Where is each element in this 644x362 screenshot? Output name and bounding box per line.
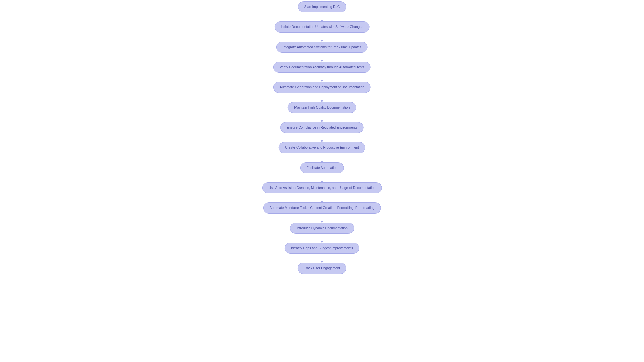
flowchart-node: Create Collaborative and Productive Envi… [279,142,365,153]
flowchart-node: Maintain High-Quality Documentation [288,102,356,113]
node-label: Verify Documentation Accuracy through Au… [280,65,364,69]
flowchart-arrow [322,53,322,62]
node-label: Identify Gaps and Suggest Improvements [291,246,353,250]
flowchart-arrow [322,173,322,182]
flowchart-node: Start Implementing DaC [298,1,346,12]
flowchart-arrow [322,214,322,223]
flowchart-arrow [322,73,322,82]
flowchart-node: Automate Generation and Deployment of Do… [273,82,371,93]
flowchart-arrow [322,33,322,42]
flowchart-arrow [322,93,322,102]
flowchart-arrow [322,193,322,202]
node-label: Automate Mundane Tasks: Content Creation… [270,206,375,210]
flowchart-arrow [322,254,322,263]
flowchart-arrow [322,113,322,122]
flowchart-node: Identify Gaps and Suggest Improvements [285,243,359,254]
node-label: Use AI to Assist in Creation, Maintenanc… [269,186,376,190]
node-label: Maintain High-Quality Documentation [294,106,350,109]
flowchart-node: Verify Documentation Accuracy through Au… [273,62,371,73]
node-label: Initiate Documentation Updates with Soft… [281,25,363,29]
flowchart-arrow [322,234,322,243]
flowchart-node: Introduce Dynamic Documentation [290,223,354,234]
node-label: Create Collaborative and Productive Envi… [285,146,359,149]
flowchart-container: Start Implementing DaC Initiate Document… [262,1,382,274]
node-label: Start Implementing DaC [304,5,340,9]
node-label: Integrate Automated Systems for Real-Tim… [283,45,361,49]
flowchart-arrow [322,133,322,142]
flowchart-node: Integrate Automated Systems for Real-Tim… [276,42,368,53]
node-label: Automate Generation and Deployment of Do… [280,85,364,89]
flowchart-node: Use AI to Assist in Creation, Maintenanc… [262,182,382,193]
flowchart-node: Ensure Compliance in Regulated Environme… [280,122,364,133]
node-label: Track User Engagement [304,266,340,270]
flowchart-node: Track User Engagement [298,263,346,274]
node-label: Ensure Compliance in Regulated Environme… [287,126,357,129]
flowchart-arrow [322,153,322,162]
flowchart-node: Initiate Documentation Updates with Soft… [274,21,369,33]
flowchart-arrow [322,12,322,21]
node-label: Introduce Dynamic Documentation [296,226,347,230]
flowchart-node: Facilitate Automation [300,162,344,173]
flowchart-node: Automate Mundane Tasks: Content Creation… [263,202,381,214]
node-label: Facilitate Automation [307,166,338,170]
